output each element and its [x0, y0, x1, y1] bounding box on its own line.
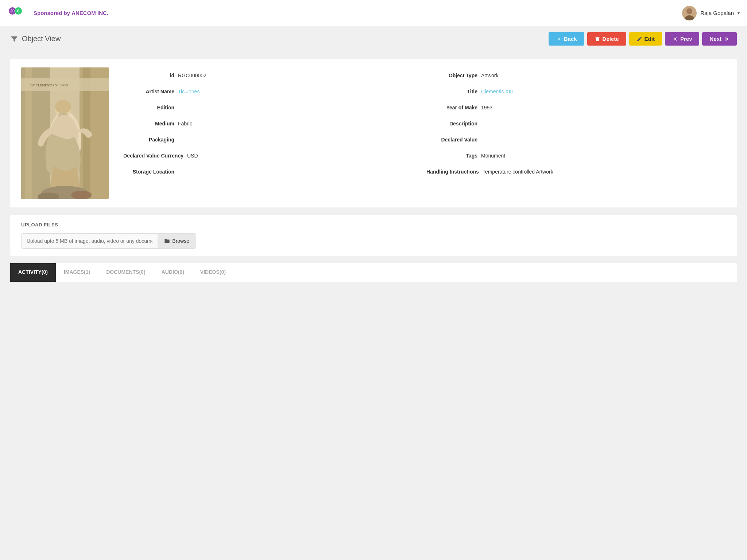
object-layout: DV CLEMENTIS XIII PON — [21, 67, 726, 199]
object-image-container: DV CLEMENTIS XIII PON — [21, 67, 109, 199]
upload-input[interactable] — [22, 234, 158, 248]
field-declared-value: Declared Value — [423, 132, 726, 148]
main-content: DV CLEMENTIS XIII PON — [0, 51, 747, 289]
upload-section: UPLOAD FILES Browse — [10, 215, 737, 256]
delete-button[interactable]: Delete — [587, 32, 626, 46]
upload-row: Browse — [21, 233, 196, 249]
field-tags: Tags Monument — [423, 148, 726, 164]
tab-3[interactable]: AUDIO(0) — [154, 263, 192, 282]
avatar — [682, 6, 697, 20]
chevron-down-icon: ▾ — [738, 11, 740, 16]
field-handling-instructions: Handling Instructions Temperature contro… — [423, 164, 726, 180]
edit-icon — [636, 36, 642, 42]
field-id: id RGC000002 — [120, 67, 423, 83]
tab-0[interactable]: ACTIVITY(0) — [10, 263, 56, 282]
username-label: Raja Gopalan — [700, 10, 734, 16]
nav-icons: 20 0 — [7, 10, 19, 16]
object-fields: id RGC000002 Object Type Artwork Artist … — [120, 67, 726, 199]
field-object-type: Object Type Artwork — [423, 67, 726, 83]
svg-point-8 — [686, 8, 692, 14]
field-title: Title Clementis XIII — [423, 83, 726, 100]
field-storage-location: Storage Location — [120, 164, 423, 180]
sponsored-text: Sponsored by ANECOM INC. — [34, 10, 108, 16]
delete-icon — [595, 36, 600, 42]
tab-1[interactable]: IMAGES(1) — [56, 263, 98, 282]
field-year-of-make: Year of Make 1993 — [423, 100, 726, 116]
list-badge: 0 — [15, 7, 22, 15]
next-button[interactable]: Next — [702, 32, 737, 46]
field-edition: Edition — [120, 100, 423, 116]
page-title: Object View — [10, 35, 61, 43]
back-button[interactable]: Back — [549, 32, 584, 46]
sub-header: Object View Back Delete Edit Prev Next — [0, 26, 747, 51]
user-menu[interactable]: Raja Gopalan ▾ — [682, 6, 740, 20]
object-card: DV CLEMENTIS XIII PON — [10, 59, 737, 207]
browse-button[interactable]: Browse — [158, 234, 196, 248]
field-packaging: Packaging — [120, 132, 423, 148]
folder-icon — [164, 238, 170, 244]
next-icon — [724, 36, 729, 42]
svg-point-22 — [55, 100, 71, 113]
top-navigation: 20 0 Sponsored by ANECOM INC. Raja Gopal — [0, 0, 747, 26]
tab-4[interactable]: VIDEOS(0) — [192, 263, 234, 282]
prev-button[interactable]: Prev — [665, 32, 700, 46]
field-description: Description — [423, 116, 726, 132]
upload-title: UPLOAD FILES — [21, 222, 726, 228]
tab-2[interactable]: DOCUMENTS(0) — [98, 263, 153, 282]
statue-svg: DV CLEMENTIS XIII PON — [21, 67, 109, 199]
toolbar: Back Delete Edit Prev Next — [549, 32, 737, 46]
field-medium: Medium Fabric — [120, 116, 423, 132]
prev-icon — [672, 36, 678, 42]
avatar-image — [682, 6, 697, 20]
field-declared-value-currency: Declared Value Currency USD — [120, 148, 423, 164]
svg-rect-10 — [595, 38, 600, 38]
svg-text:DV CLEMENTIS XIII PON: DV CLEMENTIS XIII PON — [30, 83, 68, 87]
field-artist-name: Artist Name Tic Jones — [120, 83, 423, 100]
edit-button[interactable]: Edit — [629, 32, 662, 46]
filter-icon — [10, 35, 18, 43]
back-icon — [556, 36, 562, 42]
tabs-bar: ACTIVITY(0)IMAGES(1)DOCUMENTS(0)AUDIO(0)… — [10, 263, 737, 282]
object-artwork-image: DV CLEMENTIS XIII PON — [21, 67, 109, 199]
